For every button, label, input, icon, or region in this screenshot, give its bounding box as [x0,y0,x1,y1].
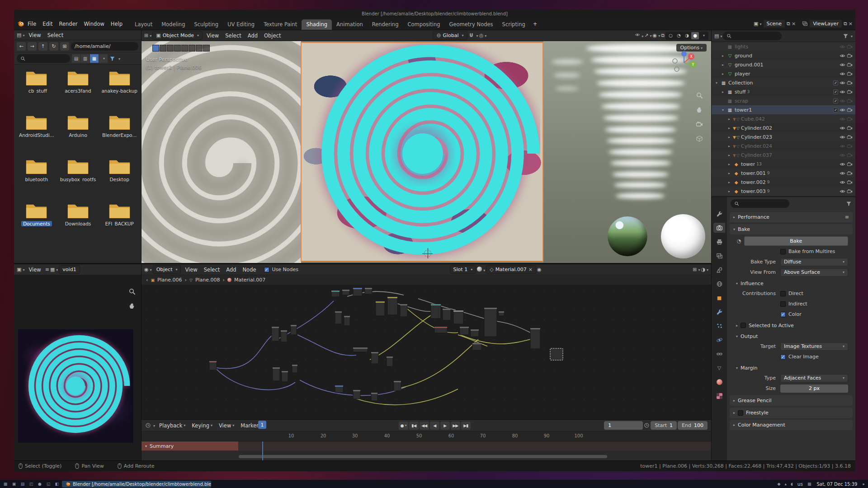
taskbar-clock[interactable]: Sat, 07 Dec 15:39 [814,482,860,487]
tab-view-layer[interactable] [713,251,725,261]
panel-bake[interactable]: Bake [730,224,853,235]
tab-scene[interactable] [713,265,725,275]
editor-type-icon[interactable]: ⊞ [144,33,151,38]
subpanel-selected-to-active[interactable]: Selected to Active [727,320,855,330]
files-icon[interactable]: ◰ [28,481,35,487]
outliner-row[interactable]: ▸ Cylinder.037 [712,150,855,160]
folder-item[interactable]: _cb_stuff [16,66,57,110]
menubar-item[interactable]: File [24,18,39,30]
node-graph-canvas[interactable] [142,285,711,419]
expander-icon[interactable]: ▸ [727,189,731,193]
editor-type-icon[interactable] [145,422,151,428]
disable-render-icon[interactable] [847,98,853,104]
disable-render-icon[interactable] [847,62,853,68]
disable-render-icon[interactable] [847,161,853,167]
viewlayer-new-icon[interactable]: ⧉ [844,21,847,27]
editor-type-dropdown[interactable] [152,422,155,428]
target-dropdown[interactable]: Image Textures [780,343,848,351]
expander-icon[interactable]: ▸ [727,180,731,184]
current-frame-tag[interactable]: 1 [258,421,266,429]
display-size-dropdown[interactable] [99,54,108,63]
expander-icon[interactable]: ▸ [721,54,725,58]
file-browser-menu[interactable]: View [25,30,44,40]
jump-to-start-button[interactable]: ▮◀ [409,422,419,430]
hide-eye-icon[interactable] [840,80,845,86]
expander-icon[interactable]: ▸ [727,126,731,130]
viewport-menu[interactable]: Select [222,30,244,41]
white-sphere-object[interactable] [661,214,705,258]
image-view-menu[interactable]: View [25,264,44,275]
tab-world[interactable] [713,279,725,289]
indirect-checkbox[interactable] [780,301,786,307]
shader-menu[interactable]: Add [223,264,239,275]
snap-dropdown[interactable] [475,33,478,38]
thumbnail-view-button[interactable]: ▦ [90,54,99,63]
folder-item[interactable]: AndroidStudi... [16,110,57,154]
outliner-row[interactable]: ▸ Cylinder.002 [712,123,855,132]
disable-render-icon[interactable] [847,116,853,122]
hide-eye-icon[interactable] [840,71,845,77]
editor-type-icon[interactable]: ▣ [17,267,24,272]
outliner-row[interactable]: ▾ Collection [712,78,855,87]
outliner-row[interactable]: ▸ tower.002 9 [712,178,855,187]
bake-button[interactable]: Bake [744,236,848,246]
outliner-row[interactable]: ▸ Cylinder.023 [712,132,855,141]
workspace-tab[interactable]: Scripting [498,19,530,30]
expander-icon[interactable]: ▸ [721,90,725,94]
filter-icon[interactable] [843,33,849,39]
viewlayer-name-field[interactable]: ViewLayer [809,19,842,28]
tab-physics[interactable] [713,335,725,345]
editor-type-icon[interactable]: ▤ [17,32,24,38]
outliner-row[interactable]: ▸ Cube.042 [712,114,855,123]
solid-shading-button[interactable]: ◔ [675,32,683,39]
collection-checkbox[interactable] [833,89,838,94]
file-search-input[interactable] [17,54,70,63]
expander-icon[interactable]: ▾ [714,81,719,85]
show-desktop-icon[interactable]: ▣ [10,481,18,487]
editor-type-icon[interactable]: ▤ [714,33,722,39]
disable-render-icon[interactable] [847,143,853,149]
tab-output[interactable] [713,237,725,247]
disable-render-icon[interactable] [847,179,853,185]
prev-keyframe-button[interactable]: ◀◀ [420,422,429,430]
menus-overflow-icon[interactable]: ≡ [45,267,49,272]
expander-icon[interactable]: ▸ [727,162,731,166]
hide-eye-icon[interactable] [840,62,845,68]
jump-to-end-button[interactable]: ▶▮ [461,422,471,430]
path-field[interactable]: /home/amalie/ [71,42,138,51]
menubar-item[interactable]: Help [108,18,126,30]
image-name-field[interactable]: void1 [59,265,80,274]
blender-logo-icon[interactable] [17,20,24,28]
folder-item[interactable]: Documents [16,198,57,243]
disable-render-icon[interactable] [847,107,853,113]
bake-from-multires-checkbox[interactable] [780,249,786,254]
keyboard-layout-indicator[interactable]: us [796,481,805,487]
folder-item[interactable]: Downloads [57,198,99,243]
outliner-row[interactable]: ▸ player [712,69,855,78]
unlink-material-icon[interactable]: × [528,267,533,272]
outliner-row[interactable]: ▸ ground [712,51,855,60]
tab-particles[interactable] [713,321,725,331]
outliner-row[interactable]: ▸ Cylinder.024 [712,141,855,150]
menubar-item[interactable]: Edit [39,18,56,30]
workspace-tab[interactable]: Rendering [368,19,403,30]
tab-render[interactable] [713,223,725,233]
end-frame-field[interactable]: End100 [678,421,708,430]
freestyle-checkbox[interactable] [738,410,743,416]
refresh-button[interactable]: ↻ [49,42,58,51]
overlays-dropdown[interactable]: ◉ [653,33,660,38]
subpanel-influence[interactable]: Influence [727,278,855,288]
file-browser-menu[interactable]: Select [44,30,66,40]
channel-area[interactable]: ▾Summary [142,441,711,460]
hide-eye-icon[interactable] [840,125,845,131]
terminal-icon[interactable]: ▤ [19,481,26,487]
taskbar-task-blender[interactable]: Blender [/home/amalie/Desktop/blender/cl… [62,481,211,488]
workspace-tab[interactable]: Sculpting [189,19,223,30]
hide-eye-icon[interactable] [840,44,845,50]
viewport-menu[interactable]: Object [261,30,284,41]
overlays-icon[interactable]: ◑ [701,267,708,272]
filter-icon[interactable] [846,201,852,206]
wireframe-shading-button[interactable]: ○ [667,32,675,39]
hide-eye-icon[interactable] [840,143,845,149]
margin-type-dropdown[interactable]: Adjacent Faces [780,374,848,382]
